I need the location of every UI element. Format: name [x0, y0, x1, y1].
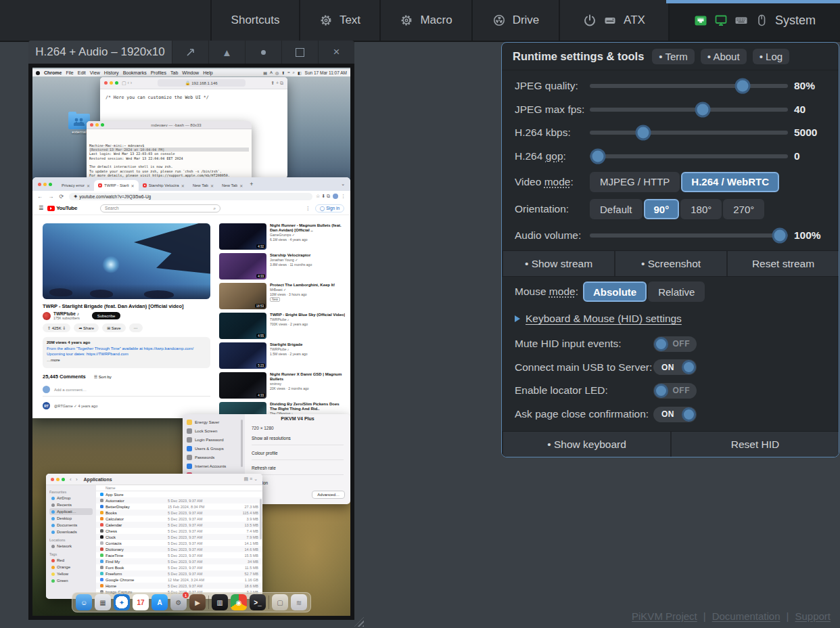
file-row[interactable]: Chess 5 Dec 2023, 9:37 AM 7.4 MB — [96, 528, 262, 534]
column-header-name[interactable]: Name — [96, 485, 262, 491]
file-row[interactable]: App Store — [96, 491, 262, 497]
panel-footer-button[interactable]: Reset stream — [726, 251, 839, 276]
channel-name[interactable]: TWRPtube ♪ — [53, 311, 80, 316]
mac-menu-item[interactable]: Help — [203, 70, 212, 75]
finder-sidebar-item[interactable]: Applicati… — [49, 508, 93, 515]
finder-sidebar-item[interactable]: Desktop — [49, 515, 93, 522]
file-row[interactable]: Google Chrome 12 Mar 2024, 3:24 AM 1.16 … — [96, 577, 262, 583]
save-button[interactable]: ⊞ Save — [102, 323, 125, 332]
panel-footer-button[interactable]: Reset HID — [670, 432, 839, 457]
finder-sidebar-item[interactable]: Favourites — [49, 489, 93, 495]
slider-thumb[interactable] — [772, 227, 788, 243]
toggle-knob[interactable] — [654, 337, 668, 351]
mac-menu-item[interactable]: View — [90, 70, 100, 75]
slider-control[interactable] — [590, 78, 788, 94]
documentation-link[interactable]: Documentation — [712, 610, 780, 622]
comment-meta[interactable]: @RTGame ✓ 4 years ago — [54, 404, 97, 408]
file-row[interactable]: Contacts 5 Dec 2023, 9:37 AM 14.1 MB — [96, 540, 262, 546]
dock-app-icon[interactable] — [269, 596, 269, 609]
slider-control[interactable] — [590, 148, 788, 164]
stream-shrink-button[interactable] — [245, 41, 281, 64]
stream-window-titlebar[interactable]: H.264 + Audio – 1920x10 ▲ × — [28, 41, 354, 64]
dock-app-icon[interactable]: A — [151, 594, 168, 610]
mac-status-icon[interactable]: ▤ — [263, 70, 267, 75]
new-tab-button[interactable]: + — [250, 181, 253, 187]
sort-by-button[interactable]: ☰ Sort by — [94, 374, 112, 379]
slider-thumb[interactable] — [636, 125, 651, 141]
finder-sidebar-item[interactable]: Documents — [49, 522, 93, 529]
stream-close-button[interactable]: × — [318, 41, 354, 64]
video-player[interactable] — [43, 223, 210, 299]
finder-view-buttons[interactable]: ▤ ≡ ⌄ — [244, 476, 258, 482]
video-thumbnail[interactable]: 4:55 — [219, 313, 266, 339]
related-video-item[interactable]: 5:23 Starlight Brigade TWRPtube ♪ 1.5M v… — [219, 342, 346, 369]
file-row[interactable]: Automator 5 Dec 2023, 9:37 AM — [96, 497, 262, 503]
mac-menu-item[interactable]: Bookmarks — [123, 70, 147, 75]
profile-avatar[interactable] — [333, 194, 338, 199]
dock-app-icon[interactable] — [208, 596, 209, 609]
dock-app-icon[interactable]: >_ — [250, 594, 266, 610]
toggle-switch[interactable]: OFF — [653, 383, 697, 399]
traffic-lights[interactable] — [90, 123, 104, 127]
more-actions-button[interactable]: ⋯ — [129, 323, 143, 332]
traffic-lights[interactable] — [38, 183, 52, 186]
chrome-window[interactable]: Privacy error ✕ TWRP - Starli ✕ — [32, 177, 350, 418]
file-row[interactable]: Dictionary 5 Dec 2023, 9:37 AM 14.6 MB — [96, 546, 262, 552]
panel-footer-button[interactable]: • Show stream — [502, 251, 614, 276]
mac-menu-item[interactable]: File — [66, 70, 73, 75]
mac-menu-item[interactable]: History — [104, 70, 119, 75]
video-thumbnail[interactable]: 5:23 — [219, 342, 266, 369]
settings-sidebar-item[interactable]: Passwords — [187, 453, 242, 462]
mac-status-icon[interactable]: ⌕ — [293, 70, 295, 75]
related-video-item[interactable]: 4:33 Night Runner X Danni GSD | Magnum B… — [219, 372, 346, 399]
related-video-item[interactable]: 4:32 Night Runner - Magnum Bullets (feat… — [219, 223, 346, 250]
finder-back-forward[interactable]: ‹ › — [70, 476, 79, 483]
file-row[interactable]: Find My 5 Dec 2023, 9:37 AM 34 MB — [96, 558, 262, 564]
finder-sidebar-item[interactable]: Recents — [49, 501, 93, 508]
mac-menu-item[interactable]: Tab — [170, 70, 178, 75]
panel-header-button[interactable]: • Term — [652, 49, 694, 64]
settings-sidebar-item[interactable]: Login Password — [187, 435, 242, 444]
dock-app-icon[interactable]: 17 — [133, 594, 149, 610]
file-row[interactable]: BetterDisplay 15 Feb 2024, 8:34 PM 27.3 … — [96, 503, 262, 510]
nav-macro[interactable]: Macro — [379, 0, 471, 41]
stream-raise-button[interactable]: ▲ — [208, 41, 245, 64]
remote-desktop-stream[interactable]: ChromeFileEditViewHistoryBookmarksProfil… — [32, 68, 350, 616]
tab-close-icon[interactable]: ✕ — [239, 183, 243, 188]
finder-sidebar-item[interactable]: Network — [49, 543, 93, 550]
mouse-mode-option[interactable]: Relative — [648, 282, 705, 302]
file-row[interactable]: Home 5 Dec 2023, 9:37 AM 18.6 MB — [96, 583, 262, 589]
nav-shortcuts[interactable]: Shortcuts — [210, 0, 299, 41]
browser-tab[interactable]: TWRP - Starli ✕ — [94, 180, 139, 191]
toggle-switch[interactable]: ON — [653, 407, 697, 422]
tab-close-icon[interactable]: ✕ — [87, 183, 90, 188]
orientation-option[interactable]: 270° — [723, 199, 764, 219]
more-options-icon[interactable]: ⋮ — [306, 206, 310, 211]
panel-footer-button[interactable]: • Screenshot — [614, 251, 726, 276]
related-video-item[interactable]: 4:55 TWRP - Bright Blue Sky (Official Vi… — [219, 313, 346, 339]
video-thumbnail[interactable]: 4:33 — [219, 372, 266, 399]
dock-app-icon[interactable]: ▢ — [272, 594, 288, 610]
stream-resize-grip[interactable] — [354, 617, 364, 627]
file-row[interactable]: FaceTime 5 Dec 2023, 9:37 AM 15.5 MB — [96, 552, 262, 558]
mac-status-icon[interactable]: ◎ — [275, 70, 279, 75]
mac-clock[interactable]: Sun 17 Mar 11:07 AM — [305, 70, 347, 75]
safari-url-field[interactable]: 🔒192.168.1.146 — [158, 79, 246, 87]
tab-close-icon[interactable]: ✕ — [210, 183, 214, 188]
dock-app-icon[interactable]: ◉ — [231, 594, 247, 610]
orientation-option[interactable]: 180° — [680, 199, 722, 219]
browser-tab[interactable]: Privacy error ✕ — [57, 180, 94, 191]
toggle-knob[interactable] — [654, 384, 668, 398]
panel-header-button[interactable]: • Log — [753, 49, 789, 64]
signin-button[interactable]: ◯Sign in — [315, 204, 344, 212]
hid-settings-disclosure[interactable]: Keyboard & Mouse (HID) settings — [502, 307, 839, 331]
hamburger-icon[interactable]: ☰ — [39, 205, 43, 211]
related-video-item[interactable]: 4:33 Starship Velociraptor Jonathan Youn… — [219, 253, 346, 279]
orientation-option[interactable]: Default — [590, 199, 643, 219]
youtube-search-input[interactable]: Search ⌕ — [100, 204, 220, 212]
slider-thumb[interactable] — [590, 148, 605, 164]
nav-atx[interactable]: ATX — [559, 0, 668, 41]
video-thumbnail[interactable]: 4:32 — [219, 223, 266, 250]
like-button[interactable]: ⇧ 425K ⇩ — [43, 323, 70, 332]
mac-menu-item[interactable]: Profiles — [151, 70, 166, 75]
